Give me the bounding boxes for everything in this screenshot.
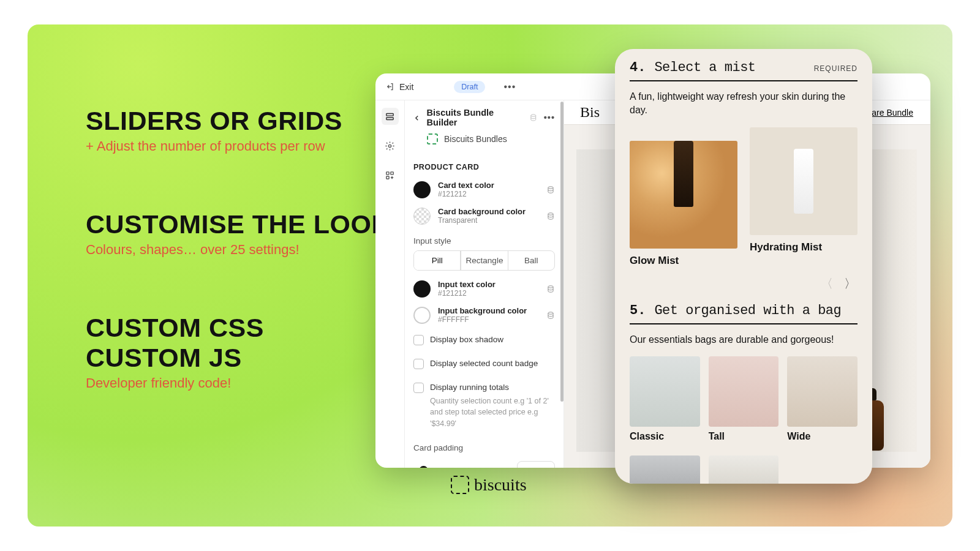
input-text-color-row[interactable]: Input text color #121212 [413,276,555,302]
step-title: Get organised with a bag [654,303,841,318]
hero-sub-3: Developer friendly code! [86,374,404,392]
hero-title-3a: CUSTOM CSS [86,314,404,342]
prev-arrow-icon[interactable]: 〈 [821,276,833,292]
swatch-icon [413,208,431,225]
step-description: Our essentials bags are durable and gorg… [630,324,858,356]
app-name: Biscuits Bundles [444,134,507,144]
check-help: Quantity selection count e.g '1 of 2' an… [430,395,555,430]
product-name: Glow Mist [630,249,737,267]
color-value: #FFFFFF [438,315,527,324]
hero-title-1: SLIDERS OR GRIDS [86,107,404,135]
check-box-shadow[interactable]: Display box shadow [413,328,555,352]
seg-ball[interactable]: Ball [508,251,554,270]
section-product-card: PRODUCT CARD [405,152,564,176]
step-number: 5. [630,303,646,318]
exit-button[interactable]: Exit [385,82,413,92]
svg-rect-0 [386,113,393,116]
product-image [709,356,779,427]
storefront-title: Bis [564,104,600,121]
more-button[interactable]: ••• [503,81,516,92]
product-image [787,356,858,427]
dynamic-source-icon[interactable] [546,186,555,194]
product-name: Tall [709,427,779,442]
product-card-glow-mist[interactable]: Glow Mist [630,127,737,267]
svg-point-2 [388,144,391,147]
brand-icon [451,476,469,494]
padding-input[interactable]: 10 px [517,461,555,468]
brand-text: biscuits [474,475,527,495]
svg-rect-4 [391,171,393,174]
card-bg-color-row[interactable]: Card background color Transparent [413,203,555,229]
svg-point-6 [531,114,536,116]
card-text-color-row[interactable]: Card text color #121212 [413,176,555,203]
check-count-badge[interactable]: Display selected count badge [413,352,555,376]
step-description: A fun, lightweight way refresh your skin… [630,81,858,127]
color-label: Card text color [438,181,494,190]
color-value: #121212 [438,190,494,198]
check-label: Display box shadow [430,334,503,346]
svg-rect-5 [386,176,389,178]
panel-more-button[interactable]: ••• [544,113,555,122]
draft-badge: Draft [454,81,485,93]
color-label: Card background color [438,207,526,216]
product-image [630,455,700,484]
required-badge: REQUIRED [814,64,858,73]
slider-knob[interactable] [419,466,428,468]
dynamic-source-icon[interactable] [546,212,555,220]
hero-title-2: CUSTOMISE THE LOOK [86,211,404,238]
check-label: Display running totals [430,382,555,394]
padding-value: 10 [526,466,534,468]
product-card-classic[interactable]: Classic [630,356,700,442]
input-style-segment: Pill Rectangle Ball [413,250,555,271]
icon-rail [375,100,405,468]
card-padding-label: Card padding [413,436,555,457]
product-name: Classic [630,427,700,442]
app-icon [427,133,438,144]
product-card-tall[interactable]: Tall [709,356,779,442]
next-arrow-icon[interactable]: 〉 [844,276,856,292]
app-block-row[interactable]: Biscuits Bundles [405,130,564,152]
input-bg-color-row[interactable]: Input background color #FFFFFF [413,302,555,328]
hero-copy: SLIDERS OR GRIDS + Adjust the number of … [86,107,404,392]
swatch-icon [413,280,431,298]
dynamic-source-icon[interactable] [546,311,555,320]
svg-point-8 [548,212,553,215]
svg-point-9 [548,285,553,288]
step-number: 4. [630,60,646,75]
checkbox-icon[interactable] [413,359,424,369]
seg-rectangle[interactable]: Rectangle [461,251,507,270]
product-card-partial-1[interactable] [630,455,700,484]
sections-tab-icon[interactable] [382,108,399,125]
hero-sub-1: + Adjust the number of products per row [86,137,404,156]
dynamic-source-icon[interactable] [546,285,555,293]
product-image [709,455,779,484]
hero-title-3b: CUSTOM JS [86,344,404,372]
seg-pill[interactable]: Pill [414,251,461,270]
exit-label: Exit [399,82,413,92]
settings-panel: Biscuits Bundle Builder ••• Biscuits Bun… [405,100,564,468]
hero-sub-2: Colours, shapes… over 25 settings! [86,241,404,259]
dynamic-source-icon[interactable] [529,113,538,122]
check-running-totals[interactable]: Display running totals Quantity selectio… [413,376,555,436]
checkbox-icon[interactable] [413,335,424,345]
back-icon[interactable] [413,114,421,121]
step-title: Select a mist [654,60,755,75]
color-value: #121212 [438,289,496,298]
product-card-wide[interactable]: Wide [787,356,858,442]
checkbox-icon[interactable] [413,383,424,393]
svg-rect-1 [386,117,393,119]
settings-tab-icon[interactable] [382,137,399,154]
exit-icon [385,82,394,91]
color-value: Transparent [438,216,526,225]
swatch-icon [413,181,431,198]
color-label: Input background color [438,306,527,315]
product-name: Wide [787,427,858,442]
product-image [630,141,737,249]
apps-tab-icon[interactable] [382,167,399,184]
panel-title: Biscuits Bundle Builder [427,108,524,127]
product-card-partial-2[interactable] [709,455,779,484]
padding-unit: px [538,466,546,468]
product-card-hydrating-mist[interactable]: Hydrating Mist [750,127,858,267]
check-label: Display selected count badge [430,358,538,370]
mobile-preview: 4. Select a mist REQUIRED A fun, lightwe… [615,49,872,484]
